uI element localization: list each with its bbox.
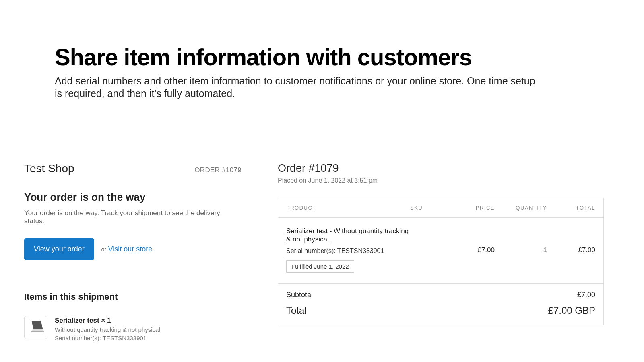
cell-quantity: 1 [495,246,547,254]
col-quantity: QUANTITY [495,205,547,211]
item-name: Serializer test × 1 [55,317,160,325]
totals-section: Subtotal £7.00 Total £7.00 GBP [278,284,603,325]
table-row: Serializer test - Without quantity track… [278,218,603,284]
cell-product: Serializer test - Without quantity track… [286,227,410,273]
item-serial: Serial number(s): TESTSN333901 [55,334,160,342]
email-preview-panel: Test Shop ORDER #1079 Your order is on t… [24,162,242,342]
order-detail-panel: Order #1079 Placed on June 1, 2022 at 3:… [278,162,604,342]
svg-marker-0 [32,321,43,329]
total-value: £7.00 GBP [548,305,595,316]
product-thumbnail [24,316,47,339]
laptop-icon [27,317,45,337]
view-order-button[interactable]: View your order [24,238,94,260]
table-header: PRODUCT SKU PRICE QUANTITY TOTAL [278,198,603,218]
status-description: Your order is on the way. Track your shi… [24,209,242,225]
product-name-link[interactable]: Serializer test - Without quantity track… [286,227,410,243]
col-sku: SKU [410,205,446,211]
order-title: Order #1079 [278,162,604,175]
product-serial: Serial number(s): TESTSN333901 [286,247,410,255]
svg-marker-2 [31,329,44,331]
or-text: or Visit our store [101,245,153,253]
total-row: Total £7.00 GBP [286,305,595,316]
shipment-heading: Items in this shipment [24,292,242,302]
email-header: Test Shop ORDER #1079 [24,162,242,175]
actions-row: View your order or Visit our store [24,238,242,260]
col-price: PRICE [446,205,495,211]
subtotal-label: Subtotal [286,291,313,299]
fulfilled-badge: Fulfilled June 1, 2022 [286,260,354,273]
cell-price: £7.00 [446,246,495,254]
page-heading: Share item information with customers [55,44,644,70]
item-variant: Without quantity tracking & not physical [55,326,160,334]
col-product: PRODUCT [286,205,410,211]
shop-name: Test Shop [24,162,74,175]
order-table: PRODUCT SKU PRICE QUANTITY TOTAL Seriali… [278,198,604,325]
order-number-label: ORDER #1079 [194,166,242,174]
shipment-item: Serializer test × 1 Without quantity tra… [24,316,242,342]
col-total: TOTAL [547,205,595,211]
panels: Test Shop ORDER #1079 Your order is on t… [0,162,644,342]
page-subheading: Add serial numbers and other item inform… [55,75,538,100]
status-title: Your order is on the way [24,191,242,204]
item-info: Serializer test × 1 Without quantity tra… [55,316,160,342]
subtotal-value: £7.00 [577,291,595,299]
visit-store-link[interactable]: Visit our store [108,245,153,253]
cell-total: £7.00 [547,246,595,254]
placed-on-text: Placed on June 1, 2022 at 3:51 pm [278,177,604,184]
svg-marker-3 [31,331,44,332]
subtotal-row: Subtotal £7.00 [286,291,595,299]
total-label: Total [286,305,307,316]
